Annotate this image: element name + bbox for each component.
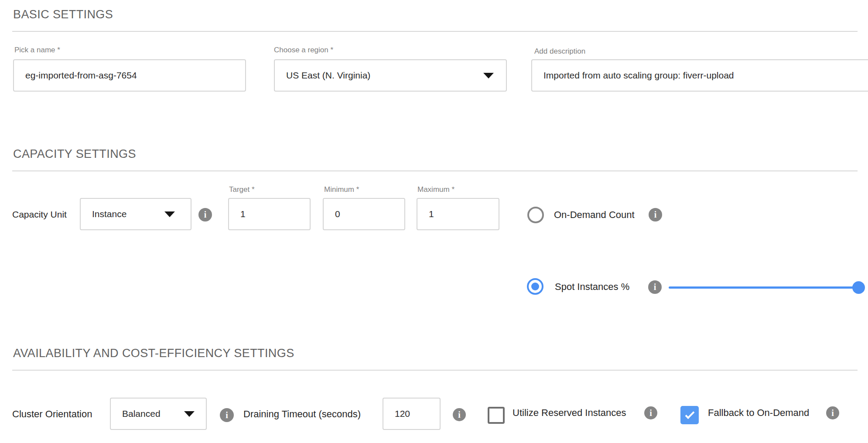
fallback-to-on-demand-info-icon[interactable]: i: [826, 406, 839, 419]
description-input[interactable]: [531, 59, 868, 92]
capacity-unit-info-icon[interactable]: i: [198, 208, 212, 222]
on-demand-count-label: On-Demand Count: [554, 209, 635, 221]
maximum-input[interactable]: [417, 198, 499, 230]
basic-settings-title: BASIC SETTINGS: [13, 8, 113, 21]
availability-settings-title: AVAILABILITY AND COST-EFFICIENCY SETTING…: [13, 347, 294, 360]
target-label: Target *: [229, 185, 255, 194]
spot-instances-info-icon[interactable]: i: [648, 280, 662, 294]
on-demand-count-info-icon[interactable]: i: [649, 208, 662, 222]
pick-a-name-input[interactable]: [13, 59, 246, 92]
availability-settings-divider: [12, 370, 858, 371]
cluster-orientation-dropdown[interactable]: Balanced: [110, 398, 207, 430]
region-dropdown-value: US East (N. Virginia): [286, 70, 370, 81]
draining-timeout-input[interactable]: [383, 398, 441, 430]
capacity-settings-title: CAPACITY SETTINGS: [13, 147, 136, 161]
region-dropdown[interactable]: US East (N. Virginia): [274, 59, 507, 92]
chevron-down-icon: [184, 411, 195, 417]
radio-dot: [531, 283, 539, 290]
draining-timeout-label: Draining Timeout (seconds): [243, 409, 361, 420]
utilize-reserved-instances-label: Utilize Reserved Instances: [513, 407, 626, 419]
spot-percentage-slider-thumb[interactable]: [852, 281, 865, 294]
utilize-reserved-instances-checkbox[interactable]: [488, 407, 505, 424]
chevron-down-icon: [483, 73, 494, 78]
cluster-orientation-dropdown-value: Balanced: [122, 409, 161, 419]
pick-a-name-label: Pick a name *: [14, 46, 60, 55]
on-demand-count-radio[interactable]: [527, 207, 544, 223]
settings-page: BASIC SETTINGS Pick a name * Choose a re…: [0, 0, 868, 443]
capacity-settings-divider: [12, 170, 858, 171]
checkmark-icon: [685, 409, 694, 419]
chevron-down-icon: [164, 211, 175, 217]
fallback-to-on-demand-label: Fallback to On-Demand: [708, 407, 809, 419]
minimum-input[interactable]: [323, 198, 405, 230]
target-input[interactable]: [228, 198, 311, 230]
utilize-reserved-instances-info-icon[interactable]: i: [644, 406, 657, 419]
spot-instances-radio[interactable]: [527, 278, 543, 295]
add-description-label: Add description: [534, 47, 585, 56]
spot-percentage-slider-track[interactable]: [669, 286, 859, 289]
capacity-unit-label: Capacity Unit: [12, 209, 67, 220]
cluster-orientation-label: Cluster Orientation: [12, 409, 92, 420]
basic-settings-divider: [12, 31, 858, 32]
fallback-to-on-demand-checkbox[interactable]: [680, 406, 699, 424]
capacity-unit-dropdown[interactable]: Instance: [80, 198, 191, 230]
draining-timeout-info-icon[interactable]: i: [453, 408, 466, 421]
cluster-orientation-info-icon[interactable]: i: [220, 408, 234, 422]
capacity-unit-dropdown-value: Instance: [92, 209, 126, 219]
spot-instances-label: Spot Instances %: [555, 281, 629, 293]
choose-region-label: Choose a region *: [274, 46, 333, 55]
maximum-label: Maximum *: [417, 185, 455, 194]
minimum-label: Minimum *: [324, 185, 359, 194]
